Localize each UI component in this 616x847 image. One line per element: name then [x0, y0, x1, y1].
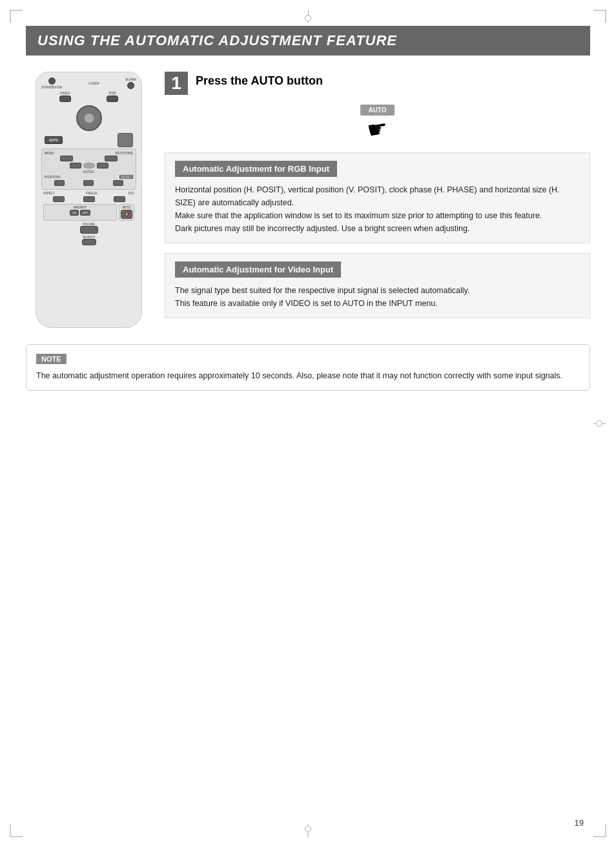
remote-dpad-area [41, 105, 136, 131]
page-title: USING THE AUTOMATIC ADJUSTMENT FEATURE [37, 32, 579, 49]
remote-bottom-section: ASPECT FREEZE ESC MAGNIFY ON OFF [41, 192, 136, 245]
nav-btns-row3: POSITION RESET [45, 175, 133, 179]
nav-btn-down [83, 180, 94, 186]
nav-btn-keystone [105, 156, 118, 161]
remote-video-item: VIDEO [59, 91, 71, 102]
magnify-off-btn: OFF [80, 210, 90, 216]
freeze-label: FREEZE [86, 192, 98, 195]
magnify-on-btn: ON [70, 210, 79, 216]
right-content: 1 Press the AUTO button AUTO ☛ Automatic… [165, 72, 590, 328]
step-title: Press the AUTO button [196, 72, 323, 88]
corner-mark-bl [10, 824, 23, 837]
mute-btn: 🔇 [121, 210, 132, 219]
corner-mark-br [593, 824, 606, 837]
remote-illustration: STANDBY/ON LASER BLANK VIDEO RGB [36, 72, 142, 328]
auto-btn-box: AUTO ☛ [360, 105, 394, 143]
keystone-label: KEYSTONE [116, 151, 133, 155]
reset-label: RESET [119, 175, 133, 179]
standby-button [48, 77, 56, 85]
auto-label: AUTO [49, 138, 58, 142]
note-label: NOTE [36, 354, 67, 364]
right-center-mark [593, 417, 606, 430]
magnify-group: MAGNIFY ON OFF [43, 204, 117, 221]
menu-label: MENU [45, 151, 54, 155]
remote-laser-item: LASER [88, 81, 99, 85]
magnify-label: MAGNIFY [74, 206, 87, 209]
note-section: NOTE The automatic adjustment operation … [26, 344, 590, 391]
step-header: 1 Press the AUTO button [165, 72, 590, 95]
remote-standby-item: STANDBY/ON [41, 77, 62, 89]
aspect-label: ASPECT [43, 192, 55, 195]
nav-label-row: MENU KEYSTONE [45, 151, 133, 155]
note-text: The automatic adjustment operation requi… [36, 369, 580, 382]
dpad-outer [76, 105, 102, 131]
nav-btns-row2 [45, 163, 133, 168]
laser-label: LASER [88, 81, 99, 85]
remote-container: STANDBY/ON LASER BLANK VIDEO RGB [26, 72, 152, 328]
volume-btn [80, 226, 98, 234]
esc-label: ESC [128, 192, 134, 195]
auto-btn-illustration: AUTO ☛ [165, 105, 590, 143]
page-number: 19 [575, 818, 584, 828]
nav-btn-menu [60, 156, 73, 161]
aspect-freeze-esc-btns [43, 196, 134, 202]
remote-auto-row: AUTO [41, 133, 136, 147]
main-content: STANDBY/ON LASER BLANK VIDEO RGB [26, 72, 590, 328]
remote-video-rgb-row: VIDEO RGB [41, 91, 136, 102]
remote-rgb-item: RGB [107, 91, 118, 102]
remote-blank-item: BLANK [126, 77, 136, 89]
position-label: POSITION [45, 175, 60, 179]
video-adjustment-section: Automatic Adjustment for Video Input The… [165, 253, 590, 318]
video-adjustment-text: The signal type best suited for the resp… [175, 284, 580, 310]
corner-mark-tr [593, 10, 606, 23]
volume-group: VOLUME [43, 223, 134, 234]
rgb-adjustment-title: Automatic Adjustment for RGB Input [175, 161, 337, 177]
rgb-adjustment-section: Automatic Adjustment for RGB Input Horiz… [165, 152, 590, 243]
remote-nav-panel: MENU KEYSTONE ENTER POSITION RESET [41, 148, 136, 190]
nav-btns-row4 [45, 180, 133, 186]
nav-btn-reset [113, 180, 123, 186]
projector-icon-btn [118, 133, 133, 147]
corner-mark-tl [10, 10, 23, 23]
magnify-mute-row: MAGNIFY ON OFF MUTE 🔇 [43, 204, 134, 221]
rgb-label: RGB [109, 91, 116, 95]
remote-top-row: STANDBY/ON LASER BLANK [41, 77, 136, 89]
mute-group: MUTE 🔇 [119, 204, 134, 221]
blank-button [127, 82, 134, 89]
freeze-btn [83, 196, 95, 202]
search-btn [82, 239, 96, 245]
video-adjustment-title: Automatic Adjustment for Video Input [175, 261, 341, 278]
nav-btns-row1 [45, 156, 133, 161]
remote-auto-item: AUTO [45, 136, 63, 144]
hand-pointer-icon: ☛ [365, 114, 390, 145]
nav-btn-enter [83, 163, 95, 168]
standby-label: STANDBY/ON [41, 85, 62, 89]
magnify-btns: ON OFF [70, 210, 90, 216]
page-header: USING THE AUTOMATIC ADJUSTMENT FEATURE [26, 26, 590, 56]
aspect-freeze-esc-labels: ASPECT FREEZE ESC [43, 192, 134, 195]
auto-button: AUTO [45, 136, 63, 144]
enter-label: ENTER [45, 170, 133, 174]
rgb-adjustment-text: Horizontal position (H. POSIT), vertical… [175, 183, 580, 235]
auto-btn-label: AUTO [360, 105, 394, 116]
nav-btn-left [70, 163, 81, 168]
video-button [59, 96, 71, 102]
nav-btn-pos [54, 180, 65, 186]
nav-btn-right [97, 163, 108, 168]
blank-label: BLANK [126, 77, 136, 81]
video-label: VIDEO [60, 91, 70, 95]
step-number: 1 [165, 72, 188, 95]
rgb-button [107, 96, 118, 102]
dpad-inner [84, 113, 94, 123]
top-center-mark [302, 10, 314, 23]
bottom-center-mark [302, 824, 314, 837]
esc-btn [114, 196, 125, 202]
aspect-btn [53, 196, 65, 202]
search-group: SEARCH [43, 236, 134, 245]
mute-label: MUTE [123, 206, 131, 209]
